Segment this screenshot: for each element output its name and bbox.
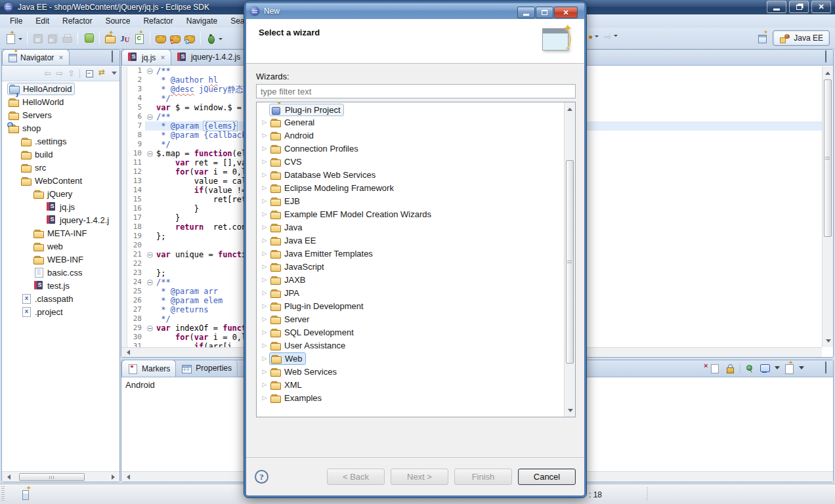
wizard-item-server[interactable]: ▷Server xyxy=(257,312,575,326)
cancel-button[interactable]: Cancel xyxy=(518,469,576,485)
navigator-item-src[interactable]: src xyxy=(2,161,119,174)
expand-arrow-icon[interactable]: ▷ xyxy=(260,158,269,165)
minimize-button[interactable] xyxy=(767,1,786,13)
expand-arrow-icon[interactable]: ▷ xyxy=(260,171,269,178)
wizard-item-jpa[interactable]: ▷JPA xyxy=(257,286,575,299)
expand-arrow-icon[interactable]: ▷ xyxy=(260,132,269,138)
expand-arrow-icon[interactable]: ▷ xyxy=(260,368,269,375)
tomcat-stop-button[interactable] xyxy=(168,30,182,46)
expand-arrow-icon[interactable]: ▷ xyxy=(260,237,269,243)
wizard-item-general[interactable]: ▷General xyxy=(257,116,575,129)
wizard-item-java-ee[interactable]: ▷Java EE xyxy=(257,234,575,247)
fold-column[interactable] xyxy=(145,204,154,213)
navigator-item-jquery-1-4-2-j[interactable]: jquery-1.4.2.j xyxy=(2,213,119,226)
expand-arrow-icon[interactable]: ▷ xyxy=(260,224,269,230)
expand-arrow-icon[interactable]: ▷ xyxy=(260,316,269,322)
console-menu-icon[interactable] xyxy=(775,366,780,372)
fold-column[interactable] xyxy=(145,131,154,140)
fold-column[interactable] xyxy=(145,213,154,222)
fold-column[interactable] xyxy=(145,259,154,268)
menu-refactor[interactable]: Refactor xyxy=(137,15,179,27)
navigator-item-webcontent[interactable]: WebContent xyxy=(2,174,119,187)
forward-button[interactable]: ⇨ xyxy=(604,32,618,42)
fold-column[interactable] xyxy=(145,149,154,158)
dialog-title-bar[interactable]: New ✕ xyxy=(246,3,584,19)
collapse-marker-icon[interactable] xyxy=(147,114,153,120)
editor-vscrollbar[interactable] xyxy=(822,66,833,347)
expand-arrow-icon[interactable]: ▷ xyxy=(260,355,269,362)
close-icon[interactable]: ✕ xyxy=(160,54,165,61)
up-icon[interactable]: ⇧ xyxy=(68,69,75,77)
last-edit-location-button[interactable]: ● xyxy=(588,32,599,41)
view-menu-icon[interactable] xyxy=(112,72,117,77)
fold-column[interactable] xyxy=(145,121,154,131)
navigator-item--classpath[interactable]: .classpath xyxy=(2,292,119,305)
fold-column[interactable] xyxy=(145,268,154,278)
close-icon[interactable]: ✕ xyxy=(58,54,64,61)
collapse-marker-icon[interactable] xyxy=(147,326,153,331)
dropdown-caret-icon[interactable] xyxy=(18,38,22,42)
android-sdk-button[interactable] xyxy=(81,30,96,46)
fold-column[interactable] xyxy=(145,232,154,241)
expand-arrow-icon[interactable]: ▷ xyxy=(260,381,269,388)
tab-markers[interactable]: Markers xyxy=(121,360,176,377)
fold-column[interactable] xyxy=(145,342,154,347)
fold-column[interactable] xyxy=(145,103,154,112)
dialog-close-button[interactable]: ✕ xyxy=(554,7,578,18)
fold-column[interactable] xyxy=(145,140,154,149)
navigator-item-servers[interactable]: Servers xyxy=(2,108,119,121)
navigator-item-helloandroid[interactable]: HelloAndroid xyxy=(2,82,119,95)
perspective-javaee-button[interactable]: Java EE xyxy=(773,30,830,46)
dropdown-caret-icon[interactable] xyxy=(219,38,223,42)
fold-column[interactable] xyxy=(145,333,154,342)
expand-arrow-icon[interactable]: ▷ xyxy=(260,198,269,204)
fold-column[interactable] xyxy=(145,314,154,324)
fold-column[interactable] xyxy=(145,112,154,121)
expand-arrow-icon[interactable]: ▷ xyxy=(260,211,269,217)
expand-arrow-icon[interactable]: ▷ xyxy=(260,184,269,191)
fold-column[interactable] xyxy=(145,158,154,167)
collapse-marker-icon[interactable] xyxy=(147,68,153,74)
navigator-item-jquery[interactable]: jQuery xyxy=(2,187,119,200)
fold-column[interactable] xyxy=(145,305,154,314)
editor-tab-jquery-1-4-2-js[interactable]: jquery-1.4.2.js xyxy=(171,49,246,65)
maximize-editor-button[interactable] xyxy=(821,52,830,62)
wizard-item-user-assistance[interactable]: ▷User Assistance xyxy=(257,339,575,352)
open-perspective-button[interactable] xyxy=(758,33,769,43)
fold-column[interactable] xyxy=(145,66,154,75)
navigator-item-helloworld[interactable]: HelloWorld xyxy=(2,95,119,108)
wizard-item-cvs[interactable]: ▷CVS xyxy=(257,155,575,168)
expand-arrow-icon[interactable]: ▷ xyxy=(260,342,269,348)
new-class-button[interactable] xyxy=(132,30,146,46)
fold-column[interactable] xyxy=(145,250,154,259)
fold-column[interactable] xyxy=(145,94,154,103)
fold-column[interactable] xyxy=(145,195,154,204)
wizard-item-javascript[interactable]: ▷JavaScript xyxy=(257,260,575,273)
fold-column[interactable] xyxy=(145,278,154,287)
lock-icon[interactable] xyxy=(725,364,736,373)
fold-column[interactable] xyxy=(145,222,154,232)
wizard-item-example-emf-model-creation-wizards[interactable]: ▷Example EMF Model Creation Wizards xyxy=(257,207,575,220)
collapse-marker-icon[interactable] xyxy=(147,280,153,285)
tab-navigator[interactable]: Navigator ✕ xyxy=(2,49,70,65)
wizard-item-plug-in-development[interactable]: ▷Plug-in Development xyxy=(257,299,575,312)
maximize-view-button[interactable] xyxy=(108,52,117,62)
navigator-item-jq-js[interactable]: jq.js xyxy=(2,200,119,213)
wizard-item-java-emitter-templates[interactable]: ▷Java Emitter Templates xyxy=(257,247,575,260)
wizard-item-web-services[interactable]: ▷Web Services xyxy=(257,365,575,378)
fast-view-icon[interactable] xyxy=(21,490,32,499)
minimize-panel-button[interactable] xyxy=(808,364,817,373)
wizard-item-plug-in-project[interactable]: Plug-in Project xyxy=(257,102,575,116)
link-with-editor-icon[interactable] xyxy=(98,68,107,78)
fold-column[interactable] xyxy=(145,85,154,94)
filter-input[interactable] xyxy=(256,84,576,98)
tomcat-restart-button[interactable] xyxy=(182,30,197,46)
dialog-minimize-button[interactable] xyxy=(517,7,535,18)
new-wizard-button[interactable] xyxy=(4,30,24,46)
fold-column[interactable] xyxy=(145,324,154,333)
fold-column[interactable] xyxy=(145,287,154,296)
wizard-item-jaxb[interactable]: ▷JAXB xyxy=(257,273,575,286)
minimize-editor-button[interactable] xyxy=(808,52,817,62)
dialog-maximize-button[interactable] xyxy=(536,7,553,18)
expand-arrow-icon[interactable]: ▷ xyxy=(260,119,269,125)
